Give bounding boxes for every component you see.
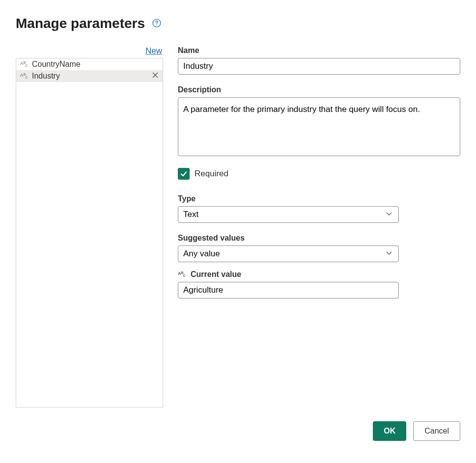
parameter-item-label: CountryName (32, 60, 159, 69)
required-label: Required (195, 169, 228, 179)
parameter-item-industry[interactable]: Industry (16, 70, 163, 82)
current-value-input[interactable] (178, 282, 399, 299)
parameter-item-countryname[interactable]: CountryName (16, 58, 163, 70)
parameter-list: CountryName Industry (16, 58, 163, 408)
current-value-label: Current value (191, 270, 241, 279)
ok-button[interactable]: OK (373, 421, 406, 441)
name-input[interactable] (178, 58, 460, 75)
help-icon[interactable] (152, 18, 162, 29)
description-input[interactable] (178, 97, 460, 156)
new-parameter-link[interactable]: New (16, 46, 163, 58)
suggested-values-label: Suggested values (178, 234, 460, 243)
text-type-icon (20, 72, 29, 81)
type-select[interactable] (178, 206, 399, 223)
cancel-button[interactable]: Cancel (413, 421, 460, 441)
suggested-values-select[interactable] (178, 245, 399, 262)
parameter-item-label: Industry (32, 72, 149, 81)
required-checkbox[interactable] (178, 168, 190, 180)
dialog-header: Manage parameters (16, 16, 460, 31)
type-label: Type (178, 194, 460, 203)
name-label: Name (178, 46, 460, 55)
text-type-icon (178, 270, 188, 279)
text-type-icon (20, 60, 29, 69)
svg-point-4 (156, 25, 157, 26)
delete-parameter-icon[interactable] (152, 72, 159, 81)
dialog-title: Manage parameters (16, 16, 145, 31)
description-label: Description (178, 85, 460, 94)
dialog-footer: OK Cancel (16, 421, 460, 441)
